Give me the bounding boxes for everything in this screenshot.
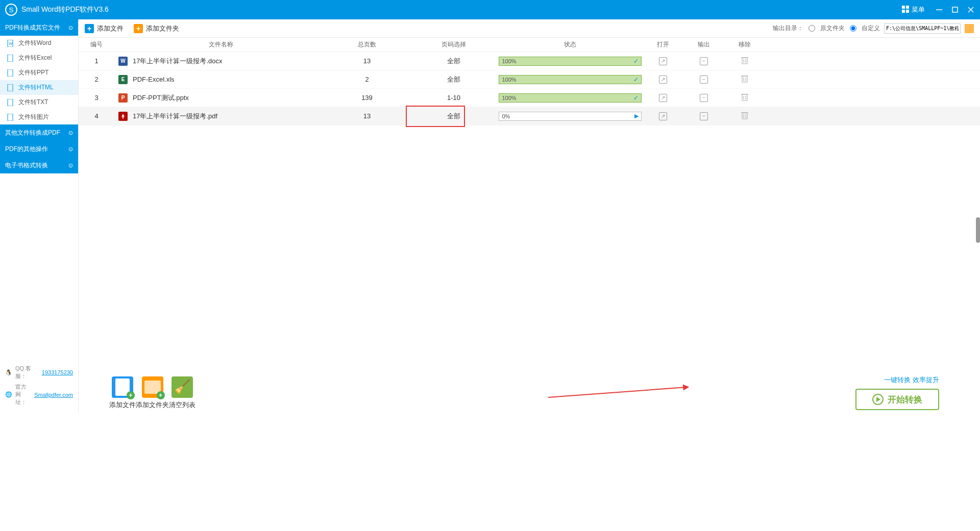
output-label: 输出目录：: [773, 24, 803, 33]
app-title: Small Word转PDF软件V3.6: [21, 5, 902, 14]
file-name: PDF-Excel.xls: [133, 75, 175, 83]
site-link[interactable]: Smallpdfer.com: [34, 392, 73, 398]
table-row[interactable]: 417年上半年计算一级报考.pdf13全部0%▶↗−: [79, 107, 980, 125]
chevron-down-icon: ⊙: [68, 24, 73, 31]
open-file-button[interactable]: ↗: [659, 57, 667, 65]
sidebar-footer: 🐧 QQ 客服： 1933175230 🌐 官方网址： Smallpdfer.c…: [0, 358, 78, 413]
col-header-status: 状态: [497, 40, 643, 49]
svg-rect-23: [742, 94, 747, 100]
table-row[interactable]: 2EPDF-Excel.xls2全部100%✓↗−: [79, 70, 980, 89]
word-icon: W: [7, 40, 14, 47]
sidebar-item-image[interactable]: 文件转图片: [0, 110, 78, 124]
add-folder-button[interactable]: + 添加文件夹: [134, 24, 179, 33]
check-icon: ✓: [633, 58, 639, 65]
row-num: 2: [79, 75, 114, 83]
globe-icon: 🌐: [5, 391, 12, 398]
open-file-button[interactable]: ↗: [659, 112, 667, 120]
bottom-add-file-button[interactable]: + 添加文件: [109, 376, 136, 410]
open-file-button[interactable]: ↗: [659, 75, 667, 84]
check-icon: ✓: [633, 76, 639, 83]
output-folder-button[interactable]: −: [700, 57, 708, 65]
svg-rect-12: [8, 84, 13, 91]
file-name: 17年上半年计算一级报考.pdf: [133, 112, 217, 121]
txt-icon: [7, 99, 14, 106]
output-folder-button[interactable]: −: [700, 112, 708, 120]
svg-rect-2: [902, 10, 905, 13]
sidebar-item-excel[interactable]: 文件转Excel: [0, 50, 78, 65]
col-header-num: 编号: [79, 40, 114, 49]
radio-custom-folder[interactable]: [850, 25, 856, 32]
menu-label: 菜单: [912, 5, 925, 14]
main-area: + 添加文件 + 添加文件夹 输出目录： 原文件夹 自定义 编号 文件名称 总页…: [79, 19, 980, 413]
document-plus-icon: +: [112, 376, 133, 398]
titlebar: S Small Word转PDF软件V3.6 菜单: [0, 0, 980, 19]
table-header: 编号 文件名称 总页数 页码选择 状态 打开 输出 移除: [79, 38, 980, 52]
chevron-right-icon: ⊙: [68, 146, 73, 153]
progress-percent: 100%: [502, 95, 517, 101]
delete-button[interactable]: [741, 111, 748, 119]
output-folder-button[interactable]: −: [700, 75, 708, 84]
col-header-remove: 移除: [724, 40, 765, 49]
page-range[interactable]: 全部: [410, 54, 497, 68]
excel-icon: [7, 55, 14, 62]
bottom-clear-list-button[interactable]: 🧹 清空列表: [169, 376, 195, 410]
output-path-input[interactable]: [884, 23, 961, 34]
col-header-output: 输出: [683, 40, 724, 49]
progress-percent: 0%: [502, 113, 510, 119]
col-header-open: 打开: [643, 40, 683, 49]
broom-icon: 🧹: [172, 376, 193, 398]
sidebar-group-pdf-ops[interactable]: PDF的其他操作 ⊙: [0, 141, 78, 157]
folder-plus-icon: +: [134, 24, 143, 33]
delete-button[interactable]: [741, 74, 748, 83]
window-controls: [935, 6, 975, 14]
row-num: 1: [79, 57, 114, 65]
delete-button[interactable]: [741, 93, 748, 101]
menu-button[interactable]: 菜单: [902, 5, 925, 14]
row-num: 4: [79, 112, 114, 120]
open-file-button[interactable]: ↗: [659, 94, 667, 102]
page-count: 2: [324, 75, 410, 83]
bottom-bar: + 添加文件 + 添加文件夹 🧹 清空列表 一键转换 效率提升 开始转换: [79, 372, 980, 413]
sidebar: PDF转换成其它文件 ⊙ W 文件转Word 文件转Excel 文件转PPT 文…: [0, 19, 79, 413]
delete-button[interactable]: [741, 56, 748, 64]
col-header-name: 文件名称: [114, 40, 324, 49]
maximize-button[interactable]: [951, 6, 959, 14]
file-type-icon: E: [118, 75, 128, 84]
sidebar-item-word[interactable]: W 文件转Word: [0, 36, 78, 50]
sidebar-item-html[interactable]: 文件转HTML: [0, 80, 78, 95]
svg-rect-3: [906, 10, 909, 13]
radio-original-folder[interactable]: [808, 25, 815, 32]
add-file-button[interactable]: + 添加文件: [85, 24, 124, 33]
page-range[interactable]: 1-10: [410, 91, 497, 105]
sidebar-group-ebook[interactable]: 电子书格式转换 ⊙: [0, 157, 78, 173]
toolbar: + 添加文件 + 添加文件夹 输出目录： 原文件夹 自定义: [79, 19, 980, 38]
page-count: 139: [324, 94, 410, 102]
svg-rect-11: [8, 69, 13, 77]
svg-rect-15: [742, 58, 747, 64]
page-range[interactable]: 全部: [410, 72, 497, 87]
sidebar-group-other-to-pdf[interactable]: 其他文件转换成PDF ⊙: [0, 124, 78, 141]
file-name: PDF-PPT测试.pptx: [133, 93, 189, 103]
output-options: 输出目录： 原文件夹 自定义: [773, 23, 974, 34]
svg-text:W: W: [9, 41, 13, 46]
table-body: 1W17年上半年计算一级报考.docx13全部100%✓↗−2EPDF-Exce…: [79, 52, 980, 413]
folder-plus-icon: +: [142, 376, 163, 398]
table-row[interactable]: 1W17年上半年计算一级报考.docx13全部100%✓↗−: [79, 52, 980, 70]
minimize-button[interactable]: [935, 6, 943, 14]
sidebar-item-txt[interactable]: 文件转TXT: [0, 95, 78, 110]
qq-icon: 🐧: [5, 369, 12, 376]
table-row[interactable]: 3PPDF-PPT测试.pptx1391-10100%✓↗−: [79, 89, 980, 107]
progress-bar: 0%▶: [499, 112, 642, 121]
close-button[interactable]: [967, 6, 975, 14]
sidebar-item-ppt[interactable]: 文件转PPT: [0, 65, 78, 80]
page-range[interactable]: 全部: [410, 109, 497, 123]
progress-percent: 100%: [502, 58, 517, 64]
sidebar-group-pdf-convert[interactable]: PDF转换成其它文件 ⊙: [0, 19, 78, 36]
browse-folder-button[interactable]: [965, 24, 974, 33]
scrollbar-thumb[interactable]: [976, 217, 980, 243]
row-num: 3: [79, 94, 114, 102]
output-folder-button[interactable]: −: [700, 94, 708, 102]
bottom-add-folder-button[interactable]: + 添加文件夹: [136, 376, 169, 410]
start-convert-button[interactable]: 开始转换: [855, 389, 939, 410]
qq-link[interactable]: 1933175230: [42, 369, 73, 375]
